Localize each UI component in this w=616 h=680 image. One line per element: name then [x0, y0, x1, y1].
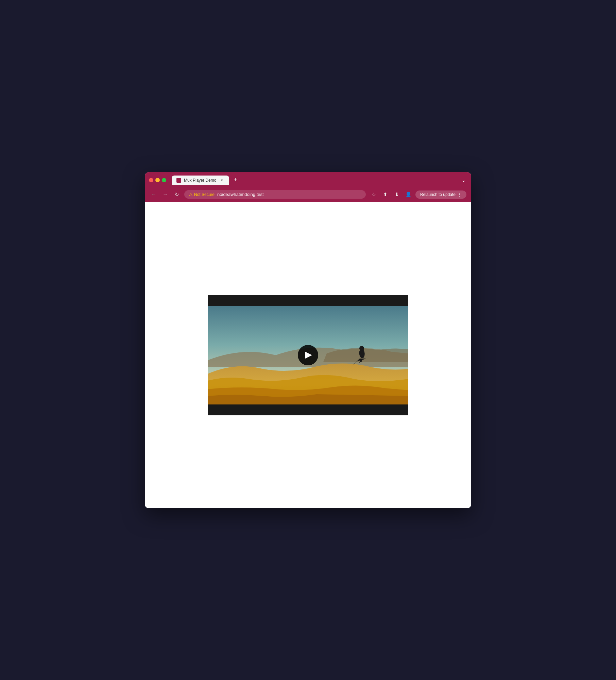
play-icon	[305, 352, 312, 359]
not-secure-indicator: ⚠ Not Secure	[189, 192, 215, 197]
close-window-button[interactable]	[149, 178, 153, 182]
title-bar: Mux Player Demo × + ⌄	[145, 172, 471, 188]
bookmark-button[interactable]: ☆	[369, 190, 379, 199]
new-tab-button[interactable]: +	[230, 176, 240, 185]
share-button[interactable]: ⬆	[381, 190, 390, 199]
tab-close-button[interactable]: ×	[219, 178, 224, 183]
video-letterbox-top	[208, 295, 408, 306]
video-player-wrapper	[208, 295, 408, 415]
play-button[interactable]	[298, 345, 318, 365]
browser-window: Mux Player Demo × + ⌄ ← → ↻ ⚠ Not Secure…	[145, 172, 471, 508]
profile-button[interactable]: 👤	[404, 190, 413, 199]
video-player[interactable]	[208, 295, 408, 415]
active-tab[interactable]: Mux Player Demo ×	[172, 176, 229, 185]
warning-icon: ⚠	[189, 192, 193, 197]
url-text: noideawhatimdoing.test	[217, 192, 264, 197]
maximize-window-button[interactable]	[162, 178, 166, 182]
minimize-window-button[interactable]	[155, 178, 160, 182]
video-frame	[208, 306, 408, 404]
url-bar[interactable]: ⚠ Not Secure noideawhatimdoing.test	[184, 190, 366, 199]
relaunch-label: Relaunch to update	[420, 192, 456, 197]
toolbar-actions: ☆ ⬆ ⬇ 👤 Relaunch to update ⋮	[369, 190, 466, 199]
window-expand-button[interactable]: ⌄	[460, 176, 467, 185]
play-overlay	[298, 345, 318, 365]
tab-favicon	[176, 178, 181, 183]
traffic-lights	[149, 178, 166, 182]
tab-title: Mux Player Demo	[184, 178, 216, 183]
back-button[interactable]: ←	[150, 190, 158, 199]
svg-point-2	[359, 346, 364, 351]
tab-bar: Mux Player Demo × +	[172, 176, 457, 185]
forward-button[interactable]: →	[161, 190, 169, 199]
address-bar: ← → ↻ ⚠ Not Secure noideawhatimdoing.tes…	[145, 188, 471, 202]
title-bar-top: Mux Player Demo × + ⌄	[149, 176, 467, 185]
reload-button[interactable]: ↻	[173, 190, 181, 199]
page-content	[145, 202, 471, 508]
download-button[interactable]: ⬇	[392, 190, 402, 199]
video-letterbox-bottom	[208, 404, 408, 415]
not-secure-text: Not Secure	[194, 192, 215, 197]
relaunch-button[interactable]: Relaunch to update ⋮	[415, 190, 466, 199]
menu-icon: ⋮	[458, 192, 462, 197]
